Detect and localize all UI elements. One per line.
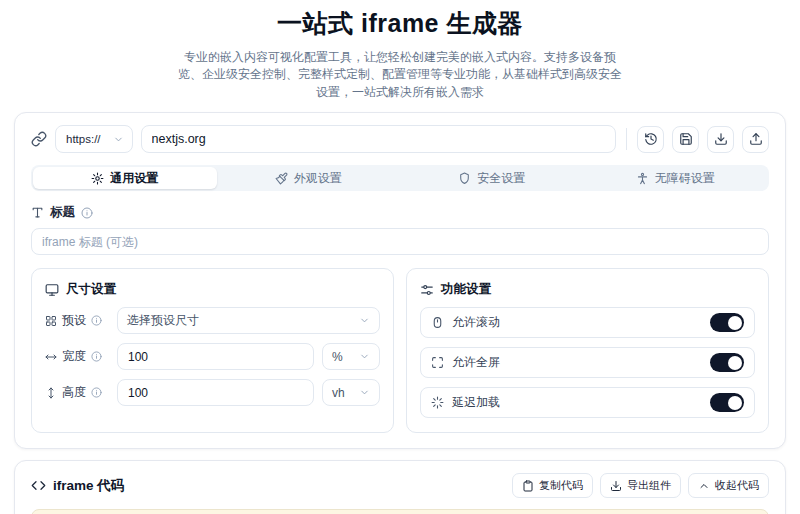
chevron-down-icon [359,315,370,326]
chevron-down-icon [359,387,370,398]
copy-code-label: 复制代码 [539,478,583,493]
code-block: 1<iframe2 src="https://nextjs.org" width… [31,509,769,514]
preset-label: 预设 [45,312,109,329]
shield-icon [458,172,471,185]
collapse-code-label: 收起代码 [715,478,759,493]
width-label-text: 宽度 [62,348,86,365]
allow-scrolling-toggle[interactable] [710,313,744,332]
config-card: https:// 通用设置 [14,112,786,449]
monitor-icon [45,283,59,297]
info-icon[interactable] [81,207,93,219]
info-icon[interactable] [91,387,102,398]
height-label-text: 高度 [62,384,86,401]
feature-row-label: 允许全屏 [431,354,500,371]
title-field-label: 标题 [31,204,769,221]
preset-select-value: 选择预设尺寸 [127,312,199,329]
code-header: iframe 代码 复制代码 导出组件 收起代码 [31,473,769,498]
protocol-select[interactable]: https:// [55,125,133,153]
code-title-text: iframe 代码 [53,477,124,495]
width-unit-value: % [332,350,343,364]
page: 一站式 iframe 生成器 专业的嵌入内容可视化配置工具，让您轻松创建完美的嵌… [0,7,800,514]
export-component-label: 导出组件 [627,478,671,493]
chevron-down-icon [113,134,124,145]
export-component-button[interactable]: 导出组件 [600,473,681,498]
preset-row: 预设 选择预设尺寸 [45,307,380,334]
chevron-up-icon [698,480,710,492]
iframe-title-input[interactable] [31,228,769,255]
height-unit-select[interactable]: vh [322,379,380,406]
download-icon [610,480,622,492]
collapse-code-button[interactable]: 收起代码 [688,473,769,498]
code-card: iframe 代码 复制代码 导出组件 收起代码 1<iframe2 src="… [14,460,786,514]
code-card-title: iframe 代码 [31,477,124,495]
tab-label: 通用设置 [110,170,158,187]
divider [626,128,627,150]
feature-panel-header: 功能设置 [420,281,755,298]
gear-icon [91,172,104,185]
allow-fullscreen-toggle[interactable] [710,353,744,372]
info-icon[interactable] [91,315,102,326]
title-field-text: 标题 [50,204,75,221]
height-label: 高度 [45,384,109,401]
tab-general[interactable]: 通用设置 [33,167,217,189]
link-icon [31,131,47,147]
export-button[interactable] [742,126,769,153]
feature-label-text: 延迟加载 [452,394,500,411]
history-button[interactable] [637,126,664,153]
tab-label: 安全设置 [477,170,525,187]
upload-icon [749,132,763,146]
url-input[interactable] [141,125,616,153]
page-title: 一站式 iframe 生成器 [14,7,786,40]
move-horizontal-icon [45,351,57,363]
tab-label: 外观设置 [294,170,342,187]
width-unit-select[interactable]: % [322,343,380,370]
paintbrush-icon [275,172,288,185]
feature-row-label: 允许滚动 [431,314,500,331]
layout-grid-icon [45,315,57,327]
feature-panel: 功能设置 允许滚动 允许全屏 [406,268,769,433]
move-vertical-icon [45,387,57,399]
info-icon[interactable] [91,351,102,362]
width-row: 宽度 % [45,343,380,370]
sliders-icon [420,283,434,297]
url-bar: https:// [31,125,769,153]
settings-panels: 尺寸设置 预设 选择预设尺寸 宽度 [31,268,769,433]
size-panel-title: 尺寸设置 [66,281,116,298]
save-config-button[interactable] [672,126,699,153]
clipboard-icon [522,480,534,492]
height-row: 高度 vh [45,379,380,406]
chevron-down-icon [359,351,370,362]
height-input[interactable] [117,379,314,406]
size-panel-header: 尺寸设置 [45,281,380,298]
page-subtitle: 专业的嵌入内容可视化配置工具，让您轻松创建完美的嵌入式内容。支持多设备预览、企业… [174,49,626,101]
history-icon [644,132,658,146]
feature-row-fullscreen: 允许全屏 [420,347,755,378]
settings-tabs: 通用设置 外观设置 安全设置 无障碍设置 [31,165,769,191]
type-icon [31,206,44,219]
feature-panel-title: 功能设置 [441,281,491,298]
preset-label-text: 预设 [62,312,86,329]
width-input[interactable] [117,343,314,370]
width-label: 宽度 [45,348,109,365]
code-icon [31,478,46,493]
tab-label: 无障碍设置 [655,170,715,187]
loader-icon [431,396,444,409]
feature-row-scrolling: 允许滚动 [420,307,755,338]
copy-code-button[interactable]: 复制代码 [512,473,593,498]
height-unit-value: vh [332,386,345,400]
feature-row-label: 延迟加载 [431,394,500,411]
tab-accessibility[interactable]: 无障碍设置 [584,167,768,189]
size-panel: 尺寸设置 预设 选择预设尺寸 宽度 [31,268,394,433]
accessibility-icon [636,172,649,185]
feature-row-lazyload: 延迟加载 [420,387,755,418]
import-button[interactable] [707,126,734,153]
feature-label-text: 允许滚动 [452,314,500,331]
save-icon [679,132,693,146]
download-icon [714,132,728,146]
code-actions: 复制代码 导出组件 收起代码 [512,473,769,498]
feature-label-text: 允许全屏 [452,354,500,371]
lazy-load-toggle[interactable] [710,393,744,412]
preset-select[interactable]: 选择预设尺寸 [117,307,380,334]
tab-appearance[interactable]: 外观设置 [217,167,401,189]
tab-security[interactable]: 安全设置 [400,167,584,189]
